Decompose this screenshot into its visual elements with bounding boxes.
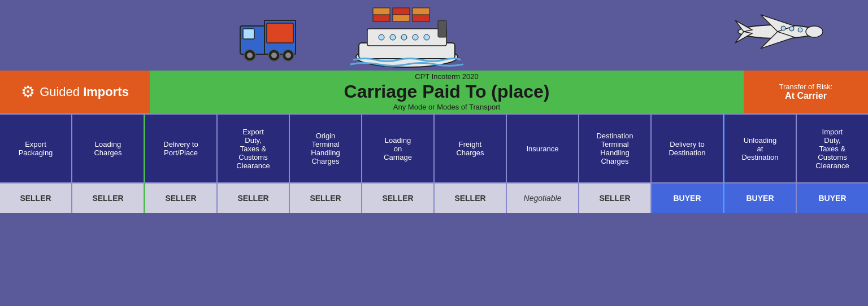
- export-packaging-val: SELLER: [0, 183, 72, 213]
- origin-terminal-val: SELLER: [290, 183, 362, 213]
- export-duty-header: ExportDuty,Taxes &CustomsClearance: [218, 115, 290, 182]
- svg-point-14: [379, 34, 384, 40]
- columns-row: ExportPackagingLoadingChargesDelivery to…: [0, 113, 868, 182]
- main-container: ⚙ Guided Imports CPT Incoterm 2020 Carri…: [0, 0, 868, 213]
- svg-point-27: [806, 26, 823, 37]
- delivery-dest-header: Delivery toDestination: [652, 115, 724, 182]
- svg-rect-19: [373, 15, 390, 21]
- export-packaging-header: ExportPackaging: [0, 115, 72, 182]
- svg-rect-24: [413, 8, 429, 15]
- incoterm-mode: Any Mode or Modes of Transport: [393, 103, 500, 111]
- truck-icon: [237, 9, 300, 68]
- svg-rect-23: [413, 15, 429, 21]
- freight-charges-val: SELLER: [435, 183, 507, 213]
- import-duty-header: ImportDuty,Taxes &CustomsClearance: [797, 115, 868, 182]
- brand-imports: Imports: [83, 85, 129, 99]
- brand-guided: Guided: [40, 85, 83, 99]
- svg-rect-21: [393, 15, 410, 21]
- incoterm-subtitle: CPT Incoterm 2020: [415, 72, 478, 81]
- insurance-val: Negotiable: [507, 183, 579, 213]
- unloading-dest-header: UnloadingatDestination: [724, 115, 797, 182]
- svg-rect-3: [267, 23, 293, 43]
- svg-point-17: [413, 34, 418, 40]
- loading-carriage-val: SELLER: [362, 183, 435, 213]
- import-duty-val: BUYER: [797, 183, 868, 213]
- svg-point-33: [789, 27, 794, 31]
- brand-text: Guided Imports: [40, 85, 129, 99]
- freight-charges-header: FreightCharges: [435, 115, 507, 182]
- svg-rect-20: [373, 8, 390, 15]
- dest-terminal-header: DestinationTerminalHandlingCharges: [579, 115, 652, 182]
- svg-point-16: [401, 34, 407, 40]
- svg-point-32: [798, 28, 802, 32]
- brand-icon: ⚙: [21, 82, 35, 101]
- svg-point-15: [390, 34, 396, 40]
- header-row: ⚙ Guided Imports CPT Incoterm 2020 Carri…: [0, 71, 868, 113]
- delivery-dest-val: BUYER: [652, 183, 724, 213]
- risk-cell: Transfer of Risk: At Carrier: [744, 71, 868, 113]
- airplane-icon: [732, 12, 823, 59]
- loading-charges-header: LoadingCharges: [72, 115, 145, 182]
- svg-marker-30: [735, 32, 752, 43]
- origin-terminal-header: OriginTerminalHandlingCharges: [290, 115, 362, 182]
- svg-point-34: [781, 26, 785, 30]
- svg-rect-25: [438, 20, 446, 37]
- delivery-port-val: SELLER: [145, 183, 218, 213]
- loading-carriage-header: LoadingonCarriage: [362, 115, 435, 182]
- svg-point-7: [271, 53, 277, 58]
- svg-rect-2: [243, 29, 254, 39]
- delivery-port-header: Delivery toPort/Place: [145, 115, 218, 182]
- loading-charges-val: SELLER: [72, 183, 145, 213]
- svg-point-9: [285, 53, 291, 58]
- icons-area: [0, 6, 868, 71]
- svg-point-18: [424, 34, 429, 40]
- svg-point-5: [247, 53, 253, 58]
- unloading-dest-val: BUYER: [724, 183, 797, 213]
- svg-marker-31: [735, 20, 752, 32]
- dest-terminal-val: SELLER: [579, 183, 652, 213]
- title-cell: CPT Incoterm 2020 Carriage Paid To (plac…: [150, 71, 744, 113]
- risk-label: Transfer of Risk:: [779, 82, 833, 91]
- incoterm-title: Carriage Paid To (place): [344, 82, 550, 102]
- ship-icon: [350, 3, 463, 71]
- export-duty-val: SELLER: [218, 183, 290, 213]
- insurance-header: Insurance: [507, 115, 579, 182]
- risk-value: At Carrier: [785, 91, 827, 101]
- values-row: SELLERSELLERSELLERSELLERSELLERSELLERSELL…: [0, 182, 868, 213]
- svg-rect-22: [393, 8, 410, 15]
- brand-cell: ⚙ Guided Imports: [0, 71, 150, 113]
